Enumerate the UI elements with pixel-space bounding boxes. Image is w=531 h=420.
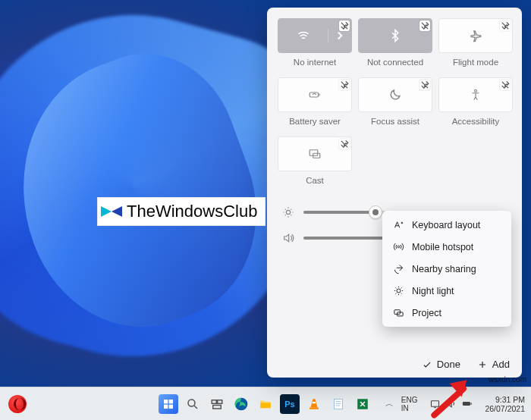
edge-icon[interactable] xyxy=(231,394,251,414)
unpin-icon[interactable] xyxy=(500,80,511,90)
windowsclub-logo-icon xyxy=(101,201,122,222)
svg-rect-19 xyxy=(309,407,319,409)
keyboard-layout-icon xyxy=(393,219,404,230)
add-label: Add xyxy=(492,359,510,370)
battery-tray-icon xyxy=(461,398,473,409)
language-indicator[interactable]: ENG IN xyxy=(401,396,418,412)
svg-rect-11 xyxy=(164,404,168,408)
unpin-icon[interactable] xyxy=(339,80,350,90)
time-text: 9:31 PM xyxy=(485,395,525,404)
accessibility-icon xyxy=(469,88,482,102)
annotation-arrow xyxy=(420,384,466,390)
photoshop-icon[interactable]: Ps xyxy=(280,394,300,414)
menu-mobile-hotspot[interactable]: Mobile hotspot xyxy=(382,236,511,258)
svg-point-13 xyxy=(188,400,195,406)
cast-icon xyxy=(308,147,322,161)
wifi-icon xyxy=(278,29,328,42)
svg-rect-2 xyxy=(309,150,318,156)
wifi-label: No internet xyxy=(294,58,336,67)
taskbar-center: Ps xyxy=(159,394,372,414)
unpin-icon[interactable] xyxy=(339,139,350,149)
menu-night-light[interactable]: Night light xyxy=(382,280,511,302)
svg-rect-24 xyxy=(463,402,470,406)
plus-icon xyxy=(477,359,488,370)
start-button[interactable] xyxy=(159,394,178,414)
bluetooth-label: Not connected xyxy=(367,58,423,67)
battery-leaf-icon xyxy=(308,88,322,102)
unpin-icon[interactable] xyxy=(339,20,350,31)
svg-rect-25 xyxy=(471,403,472,405)
svg-rect-16 xyxy=(213,405,222,409)
spreadsheet-icon[interactable] xyxy=(353,394,372,414)
flight-mode-tile[interactable] xyxy=(438,18,513,53)
wifi-tile[interactable] xyxy=(278,18,352,53)
unpin-icon[interactable] xyxy=(419,20,430,31)
svg-point-4 xyxy=(286,210,290,214)
unpin-icon[interactable] xyxy=(500,20,511,31)
date-text: 26/07/2021 xyxy=(485,404,525,413)
cast-tile[interactable] xyxy=(278,136,352,171)
svg-rect-18 xyxy=(260,403,271,408)
svg-rect-20 xyxy=(313,402,316,403)
menu-project[interactable]: Project xyxy=(382,302,511,324)
battery-label: Battery saver xyxy=(289,117,341,126)
battery-saver-tile[interactable] xyxy=(278,77,352,112)
svg-point-1 xyxy=(475,89,477,92)
menu-nearby-sharing[interactable]: Nearby sharing xyxy=(382,258,511,280)
bluetooth-tile[interactable] xyxy=(358,18,432,53)
unpin-icon[interactable] xyxy=(419,80,430,90)
menu-label: Keyboard layout xyxy=(412,220,480,230)
focus-assist-tile[interactable] xyxy=(358,77,432,112)
flight-label: Flight mode xyxy=(453,58,498,67)
svg-rect-9 xyxy=(164,400,168,403)
svg-point-6 xyxy=(397,289,401,293)
svg-rect-23 xyxy=(432,401,439,407)
lang-bottom: IN xyxy=(401,404,418,412)
focus-label: Focus assist xyxy=(371,117,419,126)
cast-label: Cast xyxy=(306,176,324,185)
svg-rect-10 xyxy=(169,400,173,403)
airplane-icon xyxy=(469,29,482,42)
menu-keyboard-layout[interactable]: Keyboard layout xyxy=(382,214,511,236)
add-context-menu: Keyboard layout Mobile hotspot Nearby sh… xyxy=(382,211,511,327)
nearby-share-icon xyxy=(393,263,404,274)
svg-point-5 xyxy=(397,246,400,248)
menu-label: Project xyxy=(412,308,441,318)
done-label: Done xyxy=(437,359,460,370)
task-view-icon[interactable] xyxy=(207,394,227,414)
svg-rect-15 xyxy=(218,400,222,403)
notepad-icon[interactable] xyxy=(328,394,348,414)
project-icon xyxy=(393,307,404,318)
watermark-text: TheWindowsClub xyxy=(127,202,257,221)
bluetooth-icon xyxy=(388,29,402,42)
accessibility-label: Accessibility xyxy=(452,117,500,126)
panel-footer: Done Add xyxy=(422,359,510,370)
tray-overflow-chevron-icon[interactable]: ︿ xyxy=(385,398,394,409)
explorer-icon[interactable] xyxy=(256,394,275,414)
search-icon[interactable] xyxy=(183,394,203,414)
vlc-icon[interactable] xyxy=(304,394,324,414)
watermark-banner: TheWindowsClub xyxy=(97,197,266,226)
quick-tiles-grid: No internet Not connected Flight mode xyxy=(278,18,511,190)
check-icon xyxy=(422,359,432,370)
hotspot-icon xyxy=(393,241,404,252)
moon-icon xyxy=(388,88,402,102)
menu-label: Mobile hotspot xyxy=(412,242,473,252)
done-button[interactable]: Done xyxy=(422,359,460,370)
opera-icon[interactable] xyxy=(8,394,27,414)
speaker-icon xyxy=(281,232,296,244)
brightness-thumb[interactable] xyxy=(369,205,382,219)
accessibility-tile[interactable] xyxy=(438,77,513,112)
add-button[interactable]: Add xyxy=(477,359,510,370)
menu-label: Nearby sharing xyxy=(412,264,476,274)
corner-credit: wsxdn.com xyxy=(489,375,526,384)
clock[interactable]: 9:31 PM 26/07/2021 xyxy=(485,395,525,413)
menu-label: Night light xyxy=(412,286,454,296)
svg-rect-21 xyxy=(335,399,343,409)
svg-rect-14 xyxy=(212,400,216,403)
night-light-icon xyxy=(393,285,404,296)
sun-icon xyxy=(281,206,296,218)
lang-top: ENG xyxy=(401,396,418,404)
svg-rect-12 xyxy=(169,404,173,408)
